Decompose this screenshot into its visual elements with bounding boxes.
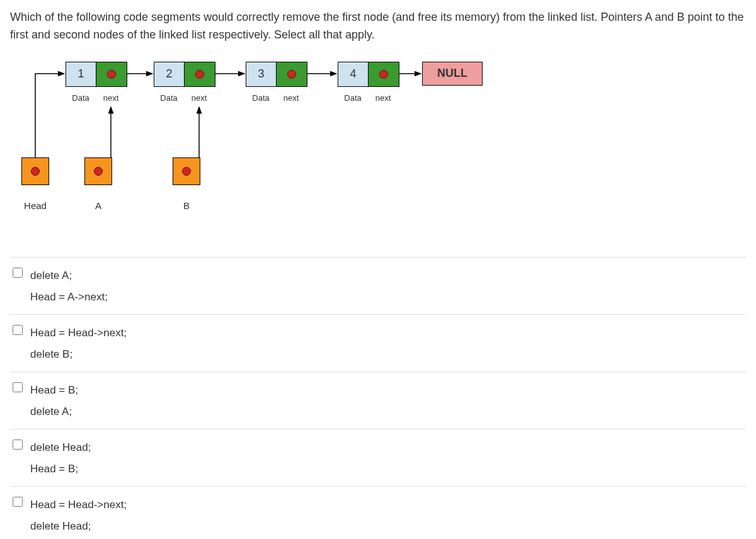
option-3-text: Head = B; delete A; bbox=[30, 380, 78, 423]
option-4-text: delete Head; Head = B; bbox=[30, 437, 91, 480]
option-4-checkbox[interactable] bbox=[13, 440, 23, 450]
node-1-next-label: next bbox=[96, 93, 126, 103]
pointer-b bbox=[173, 157, 200, 185]
pointer-dot-icon bbox=[107, 70, 116, 79]
pointer-head-label: Head bbox=[21, 200, 49, 211]
node-3-next-label: next bbox=[276, 93, 306, 103]
option-4[interactable]: delete Head; Head = B; bbox=[10, 429, 746, 486]
option-5-text: Head = Head->next; delete Head; bbox=[30, 494, 127, 537]
pointer-b-label: B bbox=[173, 200, 200, 211]
pointer-dot-icon bbox=[195, 70, 204, 79]
node-4-data: 4 bbox=[338, 62, 369, 86]
pointer-head bbox=[21, 157, 49, 185]
node-3-next bbox=[277, 62, 307, 86]
pointer-dot-icon bbox=[94, 167, 103, 176]
option-1-checkbox[interactable] bbox=[13, 268, 23, 278]
node-1: 1 Data next bbox=[66, 62, 127, 103]
answer-options: delete A; Head = A->next; Head = Head->n… bbox=[10, 257, 746, 539]
option-2-text: Head = Head->next; delete B; bbox=[30, 322, 127, 365]
pointer-dot-icon bbox=[31, 167, 40, 176]
pointer-a bbox=[84, 157, 112, 185]
option-3-checkbox[interactable] bbox=[13, 382, 23, 392]
pointer-dot-icon bbox=[287, 70, 296, 79]
option-2[interactable]: Head = Head->next; delete B; bbox=[10, 314, 746, 372]
option-5[interactable]: Head = Head->next; delete Head; bbox=[10, 486, 746, 539]
node-4-next-label: next bbox=[368, 93, 398, 103]
option-1[interactable]: delete A; Head = A->next; bbox=[10, 257, 746, 314]
node-3: 3 Data next bbox=[246, 62, 307, 103]
node-4-data-label: Data bbox=[338, 93, 368, 103]
node-4: 4 Data next bbox=[338, 62, 399, 103]
node-2-next-label: next bbox=[184, 93, 214, 103]
pointer-a-label: A bbox=[84, 200, 112, 211]
node-1-next bbox=[96, 62, 127, 86]
option-1-text: delete A; Head = A->next; bbox=[30, 265, 108, 308]
option-2-checkbox[interactable] bbox=[13, 325, 23, 335]
node-1-data-label: Data bbox=[66, 93, 96, 103]
null-terminator: NULL bbox=[422, 62, 483, 86]
node-3-data: 3 bbox=[246, 62, 277, 86]
node-2-data-label: Data bbox=[154, 93, 184, 103]
linked-list-diagram: 1 Data next 2 Data next 3 Data next bbox=[10, 62, 746, 238]
pointer-dot-icon bbox=[379, 70, 388, 79]
node-2: 2 Data next bbox=[154, 62, 215, 103]
node-4-next bbox=[369, 62, 399, 86]
option-3[interactable]: Head = B; delete A; bbox=[10, 372, 746, 429]
question-text: Which of the following code segments wou… bbox=[10, 9, 746, 44]
node-1-data: 1 bbox=[66, 62, 96, 86]
node-3-data-label: Data bbox=[246, 93, 276, 103]
pointer-dot-icon bbox=[182, 167, 191, 176]
node-2-data: 2 bbox=[154, 62, 185, 86]
option-5-checkbox[interactable] bbox=[13, 497, 23, 507]
node-2-next bbox=[185, 62, 215, 86]
